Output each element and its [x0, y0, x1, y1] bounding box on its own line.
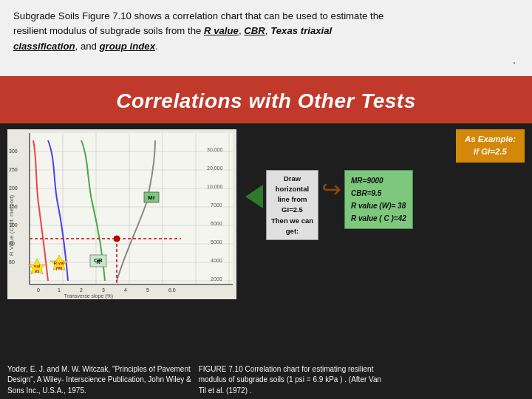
svg-text:200: 200 — [9, 185, 18, 191]
svg-text:5000: 5000 — [211, 239, 222, 245]
svg-text:2000: 2000 — [211, 276, 222, 282]
example-line1: As Example: — [465, 133, 516, 146]
draw-line3: line from — [271, 194, 313, 205]
result-r-c: R value ( C )=42 — [351, 212, 406, 225]
svg-text:2: 2 — [80, 287, 83, 293]
figure-caption-line2: modulus of subgrade soils (1 psi = 6.9 k… — [199, 375, 525, 386]
top-line2-cbr: CBR — [244, 25, 265, 36]
svg-text:4: 4 — [124, 287, 127, 293]
svg-text:3: 3 — [102, 287, 105, 293]
top-line3-end: . — [155, 41, 158, 52]
svg-text:250: 250 — [9, 167, 18, 172]
figure-caption-line3: Til et al. (1972) . — [199, 386, 525, 397]
svg-text:20,000: 20,000 — [207, 166, 223, 171]
draw-line2: horizontal — [271, 184, 313, 194]
section-title: Correlations with Other Tests — [7, 89, 525, 113]
page-container: Subgrade Soils Figure 7.10 shows a corre… — [0, 0, 532, 399]
draw-line1: Draw — [271, 174, 313, 184]
svg-text:60: 60 — [9, 259, 15, 265]
top-paragraph-1: Subgrade Soils Figure 7.10 shows a corre… — [13, 9, 519, 24]
draw-line6: get: — [271, 226, 313, 236]
svg-text:(W): (W) — [56, 266, 63, 270]
citation-line3: Sons Inc., U.S.A., 1975. — [7, 386, 191, 397]
result-mr: MR=9000 — [351, 174, 406, 187]
svg-text:R: R — [96, 259, 100, 265]
top-line2-r-value: R value — [204, 25, 239, 36]
top-line3-group: group index — [100, 41, 155, 52]
result-box: MR=9000 CBR=9.5 R value (W)= 38 R value … — [344, 170, 413, 229]
svg-text:1: 1 — [58, 287, 61, 293]
main-section: Correlations with Other Tests — [0, 76, 532, 399]
curved-arrow-icon: ↩ — [321, 177, 341, 201]
svg-text:Transverse slope (%): Transverse slope (%) — [64, 293, 113, 299]
top-line2-normal: resilient modulus of subgrade soils from… — [13, 25, 204, 36]
right-area: As Example: If GI=2.5 Draw horizontal li… — [236, 129, 525, 359]
result-r-w: R value (W)= 38 — [351, 200, 406, 212]
svg-text:val: val — [34, 264, 41, 268]
top-line3-mid: , and — [75, 41, 100, 52]
top-paragraph-3: classification, and group index. — [13, 39, 519, 54]
example-content-row: Draw horizontal line from GI=2.5 Then we… — [245, 170, 525, 241]
draw-line5: Then we can — [271, 216, 313, 226]
citation-text: Yoder, E. J. and M. W. Witczak, "Princip… — [7, 364, 191, 397]
example-label-box: As Example: If GI=2.5 — [456, 129, 525, 163]
citation-line2: Design", A Wiley- Interscience Publicati… — [7, 375, 191, 386]
top-text-section: Subgrade Soils Figure 7.10 shows a corre… — [0, 0, 532, 76]
bottom-section: Yoder, E. J. and M. W. Witczak, "Princip… — [0, 360, 532, 400]
citation-line1: Yoder, E. J. and M. W. Witczak, "Princip… — [7, 364, 191, 375]
svg-text:300: 300 — [9, 149, 18, 154]
correlation-chart-svg: 300 250 200 150 100 80 60 30,000 20,000 … — [7, 129, 236, 299]
draw-line4: GI=2.5 — [271, 205, 313, 215]
top-line2-texas: Texas triaxial — [270, 25, 332, 36]
green-arrow-left — [245, 185, 263, 208]
figure-caption: FIGURE 7.10 Correlation chart for estima… — [199, 364, 525, 397]
top-line1-text: Subgrade Soils Figure 7.10 shows a corre… — [13, 10, 383, 21]
svg-text:7000: 7000 — [211, 202, 222, 208]
draw-instruction-box: Draw horizontal line from GI=2.5 Then we… — [266, 170, 318, 241]
svg-text:0: 0 — [37, 287, 40, 293]
top-line3-class: classification — [13, 41, 75, 52]
svg-text:6000: 6000 — [211, 221, 222, 226]
svg-text:4000: 4000 — [211, 258, 222, 263]
title-bar: Correlations with Other Tests — [0, 76, 532, 123]
content-area: 300 250 200 150 100 80 60 30,000 20,000 … — [0, 123, 532, 359]
example-line2: If GI=2.5 — [465, 146, 516, 158]
chart-area: 300 250 200 150 100 80 60 30,000 20,000 … — [7, 129, 236, 299]
result-cbr: CBR=9.5 — [351, 187, 406, 200]
svg-text:R val: R val — [54, 261, 65, 265]
svg-text:Mr: Mr — [148, 194, 155, 201]
svg-text:30,000: 30,000 — [207, 147, 223, 152]
dot-separator: . — [13, 52, 519, 69]
figure-caption-line1: FIGURE 7.10 Correlation chart for estima… — [199, 364, 525, 375]
svg-text:5: 5 — [146, 287, 149, 293]
top-paragraph-2: resilient modulus of subgrade soils from… — [13, 24, 519, 38]
svg-text:6.0: 6.0 — [168, 287, 176, 293]
svg-text:(c): (c) — [35, 269, 40, 273]
svg-text:R Value (Calif. method): R Value (Calif. method) — [8, 194, 15, 256]
svg-text:10,000: 10,000 — [207, 184, 223, 189]
